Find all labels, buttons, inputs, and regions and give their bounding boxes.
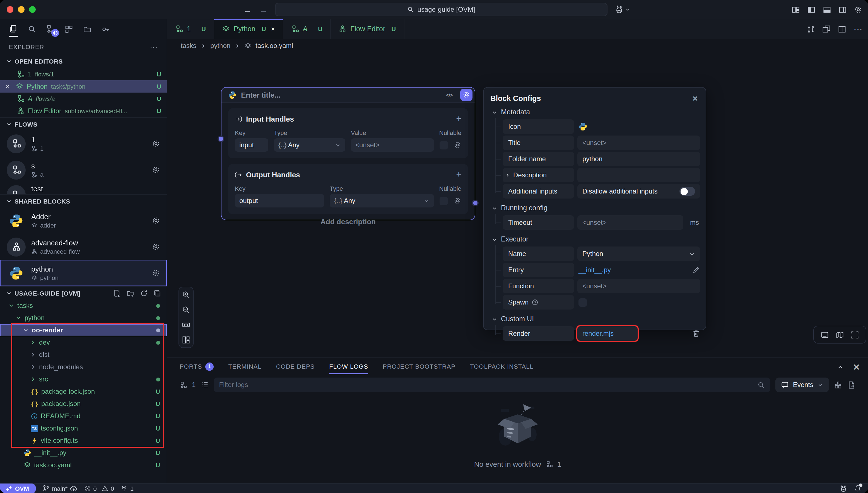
settings-gear-icon[interactable] [854, 5, 863, 14]
sync-cloud-icon[interactable] [70, 484, 78, 492]
gear-icon[interactable] [152, 166, 160, 174]
tab-project-bootstrap[interactable]: PROJECT BOOTSTRAP [383, 358, 456, 375]
executor-name-select[interactable]: Python [577, 246, 700, 261]
tree-item-oo-render-selected[interactable]: oo-render [0, 324, 167, 336]
more-actions-icon[interactable]: ··· [853, 24, 863, 34]
input-nullable-checkbox[interactable] [440, 141, 448, 149]
zoom-in-icon[interactable] [182, 291, 190, 299]
close-icon[interactable]: × [271, 25, 275, 33]
tree-item-init-py[interactable]: __init__.pyU [0, 447, 167, 459]
problems-indicator[interactable]: 0 0 [84, 485, 114, 492]
input-port-handle[interactable] [217, 135, 224, 142]
toggle-panel-icon[interactable] [821, 330, 829, 339]
add-description-button[interactable]: Add description [221, 217, 475, 226]
split-editor-icon[interactable] [838, 25, 846, 33]
notifications-bell-icon[interactable] [854, 485, 861, 492]
new-folder-icon[interactable] [127, 289, 134, 297]
title-field-input[interactable]: <unset> [577, 135, 700, 150]
tree-item-task-oo-yaml[interactable]: task.oo.yamlU [0, 459, 167, 471]
explorer-more-icon[interactable]: ··· [150, 43, 158, 50]
assistant-menu[interactable] [615, 5, 630, 14]
disallow-additional-inputs-toggle[interactable] [679, 187, 695, 196]
tab-flow-a[interactable]: A U [283, 19, 331, 39]
tab-toolpack-install[interactable]: TOOLPACK INSTALL [470, 358, 534, 375]
description-field-input[interactable] [577, 168, 700, 183]
tab-flow-logs[interactable]: FLOW LOGS [329, 358, 368, 375]
remote-indicator[interactable]: OVM [0, 483, 36, 493]
secrets-key-icon[interactable] [100, 21, 111, 37]
breadcrumb-python[interactable]: python [210, 42, 230, 50]
tree-item-vite-config[interactable]: vite.config.tsU [0, 434, 167, 447]
trash-icon[interactable] [692, 329, 700, 337]
close-icon[interactable]: ✕ [692, 94, 698, 102]
shared-block-item-selected[interactable]: python python [0, 260, 167, 286]
help-icon[interactable] [531, 299, 538, 306]
tab-flow-editor[interactable]: Flow Editor U [331, 19, 404, 39]
node-title-placeholder[interactable]: Enter title... [241, 91, 281, 99]
minimap-icon[interactable] [835, 330, 844, 339]
tab-ports[interactable]: PORTS 1 [179, 358, 214, 375]
flows-header[interactable]: FLOWS [0, 117, 167, 130]
tab-code-deps[interactable]: CODE DEPS [276, 358, 315, 375]
tree-item-readme[interactable]: README.mdU [0, 410, 167, 422]
breadcrumb-file[interactable]: task.oo.yaml [255, 42, 293, 50]
flow-list-item[interactable]: test [0, 183, 167, 194]
tree-item-src[interactable]: src [0, 373, 167, 385]
customize-layout-icon[interactable] [791, 5, 800, 14]
render-field-input[interactable]: render.mjs [577, 326, 638, 341]
executor-function-input[interactable]: <unset> [577, 279, 700, 293]
ports-indicator[interactable]: 1 [121, 485, 133, 492]
spawn-checkbox[interactable] [578, 298, 587, 306]
tree-item-package-lock[interactable]: { } package-lock.jsonU [0, 385, 167, 398]
toggle-right-sidebar-icon[interactable] [839, 5, 847, 14]
forward-icon[interactable]: → [259, 5, 268, 14]
shared-block-item[interactable]: advanced-flow advanced-flow [0, 234, 167, 260]
input-key-field[interactable]: input [235, 138, 268, 152]
toggle-bottom-panel-icon[interactable] [823, 5, 831, 14]
output-type-select[interactable]: {..} Any [330, 194, 434, 208]
tree-item-python[interactable]: python [0, 312, 167, 324]
flow-list-item[interactable]: s a [0, 157, 167, 183]
open-editor-item[interactable]: A flows/a U [0, 92, 167, 105]
gear-icon[interactable] [152, 269, 160, 277]
gear-icon[interactable] [152, 140, 160, 148]
chevron-right-icon[interactable] [505, 172, 510, 178]
workspace-header[interactable]: USAGE-GUIDE [OVM] [0, 286, 167, 299]
copy-icon[interactable] [822, 25, 831, 33]
close-window-button[interactable] [7, 6, 14, 13]
breadcrumb-tasks[interactable]: tasks [181, 42, 196, 50]
collapse-panel-icon[interactable] [837, 362, 844, 372]
gear-icon[interactable] [152, 216, 160, 225]
open-editors-header[interactable]: OPEN EDITORS [0, 55, 167, 68]
search-icon[interactable] [26, 21, 37, 37]
tab-python-active[interactable]: Python U × [214, 19, 283, 39]
collapse-all-icon[interactable] [153, 289, 161, 297]
tab-terminal[interactable]: TERMINAL [228, 358, 261, 375]
flows-icon[interactable]: 43 [45, 21, 56, 37]
blocks-icon[interactable] [63, 21, 74, 37]
block-node[interactable]: Enter title... </> Input Handles + Key T… [221, 87, 475, 220]
maximize-window-button[interactable] [29, 6, 36, 13]
icon-field-value[interactable] [577, 119, 700, 134]
close-icon[interactable]: × [5, 83, 12, 90]
new-file-icon[interactable] [113, 289, 121, 297]
input-type-select[interactable]: {..} Any [274, 138, 345, 152]
custom-ui-section-header[interactable]: Custom UI [491, 315, 700, 323]
refresh-icon[interactable] [140, 289, 148, 297]
gear-icon[interactable] [453, 141, 461, 149]
tree-item-tasks[interactable]: tasks [0, 299, 167, 312]
output-port-handle[interactable] [472, 200, 479, 206]
node-settings-gear-icon[interactable] [460, 89, 472, 101]
folder-name-field-input[interactable]: python [577, 152, 700, 166]
gear-icon[interactable] [453, 197, 461, 205]
gear-icon[interactable] [152, 242, 160, 251]
close-panel-icon[interactable]: ✕ [853, 362, 860, 372]
metadata-section-header[interactable]: Metadata [491, 108, 700, 116]
executor-section-header[interactable]: Executor [491, 235, 700, 243]
tree-item-dev[interactable]: dev [0, 336, 167, 348]
tree-item-package-json[interactable]: { } package.jsonU [0, 398, 167, 410]
tab-flow-1[interactable]: 1 U [167, 19, 214, 39]
rabbit-icon[interactable] [840, 484, 847, 492]
running-config-section-header[interactable]: Running config [491, 204, 700, 212]
timeout-field-input[interactable]: <unset> [577, 215, 683, 230]
